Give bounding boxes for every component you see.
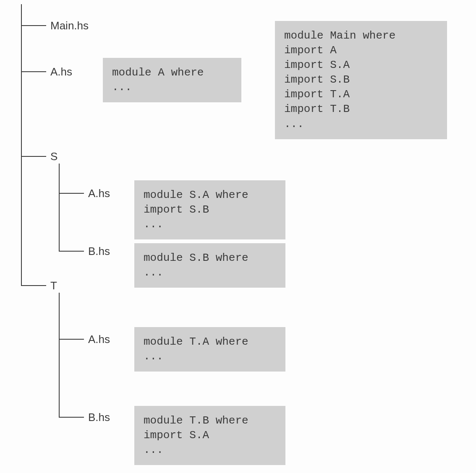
tree-trunk-t [59, 293, 60, 418]
tree-trunk-s [59, 164, 60, 252]
tree-node-main: Main.hs [50, 19, 89, 32]
tree-node-t: T [50, 279, 57, 292]
tree-branch-s-b [59, 251, 84, 252]
tree-node-s: S [50, 150, 58, 163]
tree-branch-s [21, 156, 46, 157]
code-box-s-b: module S.B where ... [134, 243, 285, 288]
code-box-main: module Main where import A import S.A im… [275, 21, 447, 139]
code-box-t-a: module T.A where ... [134, 327, 285, 372]
tree-branch-s-a [59, 193, 84, 194]
tree-node-t-b: B.hs [88, 411, 110, 424]
tree-branch-t-a [59, 339, 84, 340]
code-box-a: module A where ... [103, 58, 241, 102]
tree-node-s-a: A.hs [88, 187, 110, 200]
tree-branch-t-b [59, 417, 84, 418]
tree-node-t-a: A.hs [88, 333, 110, 346]
tree-branch-a [21, 71, 46, 72]
code-box-s-a: module S.A where import S.B ... [134, 180, 285, 239]
tree-branch-t [21, 285, 46, 286]
tree-node-a: A.hs [50, 65, 72, 78]
code-box-t-b: module T.B where import S.A ... [134, 406, 285, 465]
tree-node-s-b: B.hs [88, 245, 110, 258]
tree-branch-main [21, 25, 46, 26]
tree-trunk-root [21, 4, 22, 285]
